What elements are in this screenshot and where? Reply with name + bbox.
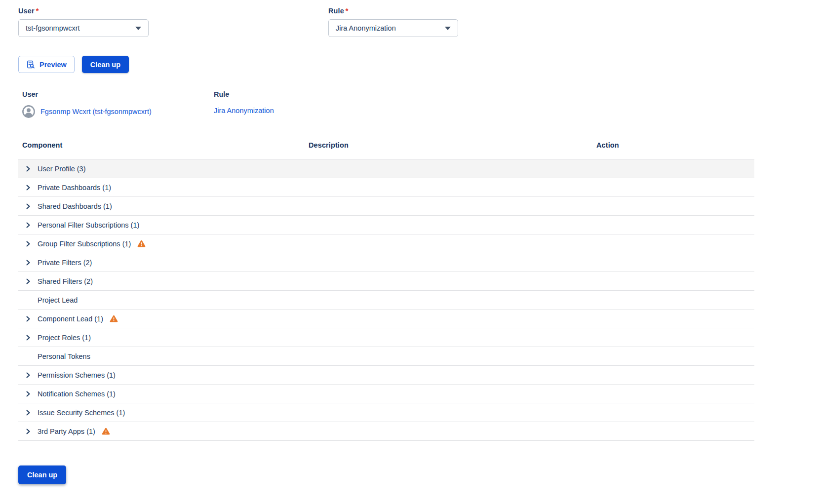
component-label: User Profile (3) — [38, 165, 86, 173]
preview-button[interactable]: Preview — [18, 56, 75, 73]
table-row[interactable]: Personal Tokens — [18, 347, 754, 366]
chevron-right-icon[interactable] — [25, 260, 31, 266]
table-row[interactable]: Personal Filter Subscriptions (1) — [18, 216, 754, 234]
table-row[interactable]: Shared Filters (2) — [18, 272, 754, 291]
component-label: Private Dashboards (1) — [38, 184, 111, 192]
warning-icon — [110, 315, 118, 322]
summary-user-row: Fgsonmp Wcxrt (tst-fgsonmpwcxrt) — [22, 105, 214, 118]
table-row[interactable]: Permission Schemes (1) — [18, 366, 754, 385]
chevron-right-icon[interactable] — [25, 391, 31, 397]
user-field-label: User* — [18, 7, 149, 15]
chevron-down-icon — [445, 27, 451, 30]
rule-link[interactable]: Jira Anonymization — [214, 107, 274, 115]
component-label: Issue Security Schemes (1) — [38, 409, 125, 417]
required-asterisk: * — [346, 7, 349, 15]
component-label: Personal Filter Subscriptions (1) — [38, 221, 139, 229]
component-label: Permission Schemes (1) — [38, 371, 116, 379]
warning-icon — [102, 427, 110, 435]
table-row[interactable]: Issue Security Schemes (1) — [18, 403, 754, 422]
preview-button-label: Preview — [39, 61, 67, 69]
column-header-component: Component — [22, 141, 62, 149]
table-row[interactable]: Project Lead — [18, 291, 754, 310]
rule-select[interactable]: Jira Anonymization — [328, 19, 458, 37]
column-header-description: Description — [309, 141, 349, 149]
chevron-right-icon[interactable] — [25, 222, 31, 228]
component-label: Shared Dashboards (1) — [38, 202, 112, 210]
table-row[interactable]: Private Dashboards (1) — [18, 178, 754, 197]
component-label: Project Roles (1) — [38, 334, 91, 342]
preview-document-search-icon — [26, 60, 35, 69]
user-select-value: tst-fgsonmpwcxrt — [26, 24, 80, 32]
table-row[interactable]: Component Lead (1) — [18, 310, 754, 328]
table-row[interactable]: Shared Dashboards (1) — [18, 197, 754, 216]
component-label: Component Lead (1) — [38, 315, 103, 323]
cleanup-button-top-label: Clean up — [90, 61, 120, 69]
rule-field: Rule* Jira Anonymization — [328, 7, 458, 37]
chevron-right-icon[interactable] — [25, 372, 31, 378]
cleanup-button-bottom[interactable]: Clean up — [18, 465, 66, 484]
component-label: Project Lead — [38, 296, 78, 304]
cleanup-button-bottom-label: Clean up — [27, 471, 57, 479]
column-header-action: Action — [596, 141, 619, 149]
chevron-right-icon[interactable] — [25, 316, 31, 322]
rule-select-value: Jira Anonymization — [336, 24, 396, 32]
summary-rule-column: Rule Jira Anonymization — [214, 90, 274, 118]
table-row[interactable]: Group Filter Subscriptions (1) — [18, 234, 754, 253]
user-field: User* tst-fgsonmpwcxrt — [18, 7, 149, 37]
chevron-down-icon — [135, 27, 141, 30]
component-label: Group Filter Subscriptions (1) — [38, 240, 131, 248]
summary-user-heading: User — [22, 90, 214, 98]
rule-field-label: Rule* — [328, 7, 458, 15]
chevron-right-icon[interactable] — [25, 335, 31, 341]
component-label: Shared Filters (2) — [38, 277, 93, 285]
table-row[interactable]: 3rd Party Apps (1) — [18, 422, 754, 441]
chevron-right-icon[interactable] — [25, 410, 31, 416]
table-row[interactable]: Project Roles (1) — [18, 328, 754, 347]
required-asterisk: * — [36, 7, 39, 15]
component-label: Notification Schemes (1) — [38, 390, 116, 398]
user-avatar-icon — [22, 105, 35, 118]
user-profile-link[interactable]: Fgsonmp Wcxrt (tst-fgsonmpwcxrt) — [40, 108, 152, 116]
table-row[interactable]: Private Filters (2) — [18, 253, 754, 272]
summary-rule-heading: Rule — [214, 90, 274, 98]
table-row[interactable]: User Profile (3) — [18, 159, 754, 178]
chevron-right-icon[interactable] — [25, 166, 31, 172]
user-select[interactable]: tst-fgsonmpwcxrt — [18, 19, 149, 37]
table-header-row: Component Description Action — [18, 141, 754, 150]
chevron-right-icon[interactable] — [25, 278, 31, 284]
summary-user-column: User Fgsonmp Wcxrt (tst-fgsonmpwcxrt) — [22, 90, 214, 118]
action-buttons: Preview Clean up — [18, 56, 129, 73]
chevron-right-icon[interactable] — [25, 185, 31, 191]
component-table-body: User Profile (3) Private Dashboards (1) … — [18, 159, 754, 441]
component-label: Personal Tokens — [38, 352, 90, 360]
table-row[interactable]: Notification Schemes (1) — [18, 385, 754, 403]
chevron-right-icon[interactable] — [25, 241, 31, 247]
component-label: Private Filters (2) — [38, 259, 92, 267]
selection-summary: User Fgsonmp Wcxrt (tst-fgsonmpwcxrt) Ru… — [22, 90, 274, 118]
warning-icon — [137, 240, 146, 247]
cleanup-button-top[interactable]: Clean up — [82, 56, 129, 73]
chevron-right-icon[interactable] — [25, 203, 31, 209]
component-label: 3rd Party Apps (1) — [38, 427, 95, 435]
cleanup-page: User* tst-fgsonmpwcxrt Rule* Jira Anonym… — [0, 0, 822, 504]
chevron-right-icon[interactable] — [25, 428, 31, 434]
